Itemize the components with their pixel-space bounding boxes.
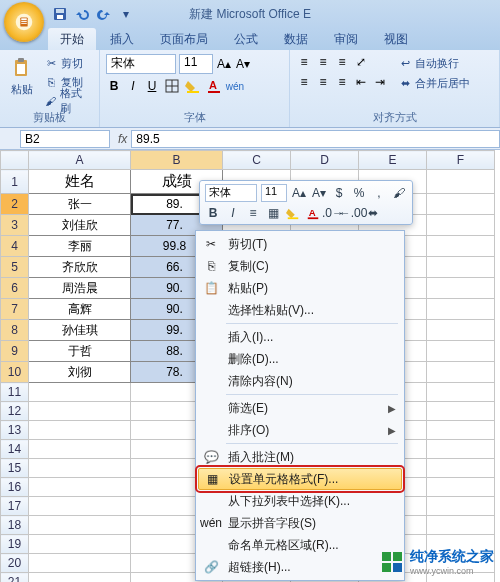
context-menu-item[interactable]: 清除内容(N)	[198, 370, 402, 392]
mini-inc-decimal-icon[interactable]: ←.00	[345, 205, 361, 221]
save-icon[interactable]	[52, 6, 68, 22]
name-box[interactable]	[20, 130, 110, 148]
cell[interactable]	[29, 440, 131, 459]
mini-font-name[interactable]: 宋体	[205, 184, 257, 202]
row-header[interactable]: 4	[1, 236, 29, 257]
context-menu-item[interactable]: wén显示拼音字段(S)	[198, 512, 402, 534]
row-header[interactable]: 14	[1, 440, 29, 459]
cell[interactable]	[427, 421, 495, 440]
row-header[interactable]: 17	[1, 497, 29, 516]
grow-font-icon[interactable]: A▴	[216, 56, 232, 72]
redo-icon[interactable]	[96, 6, 112, 22]
mini-percent-icon[interactable]: %	[351, 185, 367, 201]
context-menu-item[interactable]: 选择性粘贴(V)...	[198, 299, 402, 321]
tab-data[interactable]: 数据	[272, 28, 320, 50]
tab-view[interactable]: 视图	[372, 28, 420, 50]
col-header-A[interactable]: A	[29, 151, 131, 170]
align-left-icon[interactable]: ≡	[296, 74, 312, 90]
row-header[interactable]: 16	[1, 478, 29, 497]
cell[interactable]	[427, 362, 495, 383]
cell[interactable]: 周浩晨	[29, 278, 131, 299]
col-header-D[interactable]: D	[291, 151, 359, 170]
cell[interactable]	[29, 421, 131, 440]
tab-review[interactable]: 审阅	[322, 28, 370, 50]
row-header[interactable]: 20	[1, 554, 29, 573]
mini-font-size[interactable]: 11	[261, 184, 287, 202]
paste-button[interactable]: 粘贴	[6, 54, 38, 97]
row-header[interactable]: 12	[1, 402, 29, 421]
font-size-select[interactable]: 11	[179, 54, 213, 74]
cell[interactable]	[29, 535, 131, 554]
mini-bold-button[interactable]: B	[205, 205, 221, 221]
row-header[interactable]: 6	[1, 278, 29, 299]
cell[interactable]	[29, 478, 131, 497]
col-header-F[interactable]: F	[427, 151, 495, 170]
cell[interactable]	[427, 278, 495, 299]
phonetic-button[interactable]: wén	[226, 78, 244, 94]
cell[interactable]	[427, 383, 495, 402]
context-menu-item[interactable]: 从下拉列表中选择(K)...	[198, 490, 402, 512]
context-menu-item[interactable]: 📋粘贴(P)	[198, 277, 402, 299]
context-menu-item[interactable]: 筛选(E)▶	[198, 397, 402, 419]
fx-icon[interactable]: fx	[118, 132, 127, 146]
cell[interactable]	[29, 459, 131, 478]
row-header[interactable]: 21	[1, 573, 29, 583]
cell[interactable]: 孙佳琪	[29, 320, 131, 341]
formula-input[interactable]	[131, 130, 500, 148]
align-right-icon[interactable]: ≡	[334, 74, 350, 90]
row-header[interactable]: 3	[1, 215, 29, 236]
mini-font-color-icon[interactable]: A	[305, 205, 321, 221]
tab-formulas[interactable]: 公式	[222, 28, 270, 50]
indent-dec-icon[interactable]: ⇤	[353, 74, 369, 90]
tab-layout[interactable]: 页面布局	[148, 28, 220, 50]
tab-insert[interactable]: 插入	[98, 28, 146, 50]
cell[interactable]	[427, 170, 495, 194]
qat-dropdown-icon[interactable]: ▾	[118, 6, 134, 22]
tab-home[interactable]: 开始	[48, 28, 96, 50]
select-all-box[interactable]	[1, 151, 29, 170]
align-top-icon[interactable]: ≡	[296, 54, 312, 70]
cell[interactable]: 张一	[29, 194, 131, 215]
wrap-text-button[interactable]: ↩自动换行	[396, 54, 472, 72]
cell[interactable]: 齐欣欣	[29, 257, 131, 278]
font-color-button[interactable]: A	[205, 78, 223, 94]
cell[interactable]	[29, 497, 131, 516]
cell[interactable]	[29, 554, 131, 573]
orientation-icon[interactable]: ⤢	[353, 54, 369, 70]
cell[interactable]: 高辉	[29, 299, 131, 320]
context-menu-item[interactable]: 🔗超链接(H)...	[198, 556, 402, 578]
row-header[interactable]: 7	[1, 299, 29, 320]
cell[interactable]	[427, 215, 495, 236]
row-header[interactable]: 15	[1, 459, 29, 478]
cell[interactable]	[29, 383, 131, 402]
align-middle-icon[interactable]: ≡	[315, 54, 331, 70]
mini-merge-icon[interactable]: ⬌	[365, 205, 381, 221]
cell[interactable]: 刘佳欣	[29, 215, 131, 236]
align-center-icon[interactable]: ≡	[315, 74, 331, 90]
merge-center-button[interactable]: ⬌合并后居中	[396, 74, 472, 92]
row-header[interactable]: 9	[1, 341, 29, 362]
row-header[interactable]: 11	[1, 383, 29, 402]
cell[interactable]	[427, 341, 495, 362]
col-header-E[interactable]: E	[359, 151, 427, 170]
cell[interactable]	[427, 478, 495, 497]
context-menu-item[interactable]: 插入(I)...	[198, 326, 402, 348]
fill-color-button[interactable]	[184, 78, 202, 94]
cut-button[interactable]: ✂剪切	[42, 54, 93, 72]
row-header[interactable]: 8	[1, 320, 29, 341]
row-header[interactable]: 2	[1, 194, 29, 215]
indent-inc-icon[interactable]: ⇥	[372, 74, 388, 90]
cell[interactable]: 刘彻	[29, 362, 131, 383]
context-menu-item[interactable]: 命名单元格区域(R)...	[198, 534, 402, 556]
context-menu-item[interactable]: ▦设置单元格格式(F)...	[198, 468, 402, 490]
bold-button[interactable]: B	[106, 78, 122, 94]
undo-icon[interactable]	[74, 6, 90, 22]
col-header-C[interactable]: C	[223, 151, 291, 170]
cell[interactable]	[29, 402, 131, 421]
cell[interactable]	[427, 402, 495, 421]
context-menu-item[interactable]: ✂剪切(T)	[198, 233, 402, 255]
cell[interactable]	[427, 497, 495, 516]
mini-shrink-font-icon[interactable]: A▾	[311, 185, 327, 201]
context-menu-item[interactable]: 排序(O)▶	[198, 419, 402, 441]
cell[interactable]	[427, 299, 495, 320]
